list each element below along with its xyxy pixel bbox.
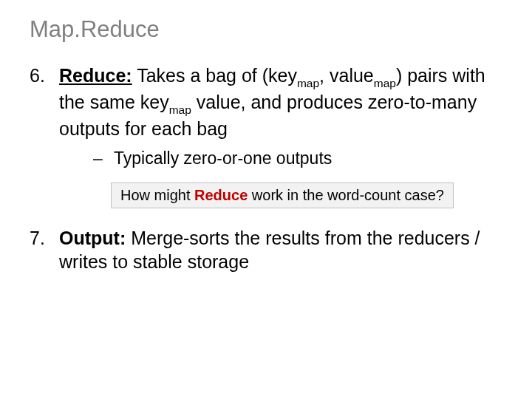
callout-highlight: Reduce <box>194 187 248 203</box>
item-label: Reduce: <box>59 65 132 86</box>
subscript: map <box>374 77 396 89</box>
callout-text: work in the word-count case? <box>248 187 444 203</box>
callout-text: How might <box>120 187 194 203</box>
slide-title: Map.Reduce <box>30 16 502 43</box>
keyword-key: key <box>140 92 169 112</box>
item-label: Output: <box>59 228 126 248</box>
sub-list: Typically zero-or-one outputs <box>59 148 502 170</box>
keyword-key: key <box>268 65 297 86</box>
sub-list-item: Typically zero-or-one outputs <box>59 148 502 170</box>
main-list: 6. Reduce: Takes a bag of (keymap, value… <box>30 64 502 273</box>
subscript: map <box>169 103 191 116</box>
slide: Map.Reduce 6. Reduce: Takes a bag of (ke… <box>0 0 532 399</box>
list-item-reduce: 6. Reduce: Takes a bag of (keymap, value… <box>30 64 502 208</box>
item-number: 7. <box>30 226 55 250</box>
keyword-value: value <box>330 65 374 86</box>
subscript: map <box>297 77 319 89</box>
callout-box: How might Reduce work in the word-count … <box>111 183 454 209</box>
list-item-output: 7. Output: Merge-sorts the results from … <box>30 226 502 273</box>
callout-container: How might Reduce work in the word-count … <box>59 182 502 209</box>
item-number: 6. <box>30 64 55 87</box>
text: , <box>319 65 330 86</box>
text: Takes a bag of ( <box>132 65 268 86</box>
